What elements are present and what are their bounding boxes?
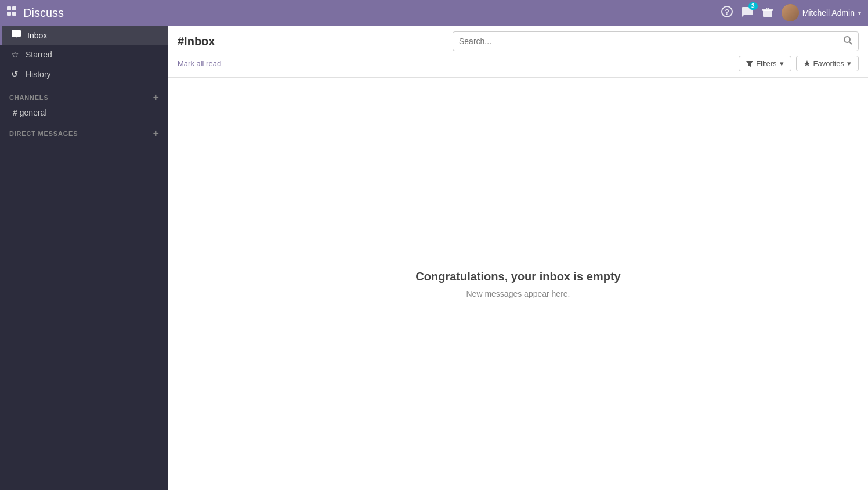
- channel-general-label: general: [20, 108, 47, 117]
- filters-label: Filters: [756, 59, 776, 68]
- search-button[interactable]: [837, 32, 858, 51]
- direct-messages-section-header: DIRECT MESSAGES +: [0, 120, 168, 141]
- svg-rect-3: [12, 12, 16, 16]
- search-container: [453, 31, 859, 51]
- sidebar-item-starred[interactable]: ☆ Starred: [0, 45, 168, 64]
- search-input[interactable]: [453, 33, 837, 49]
- favorites-button[interactable]: Favorites ▾: [796, 56, 859, 71]
- sidebar: Inbox ☆ Starred ↺ History CHANNELS + # g…: [0, 26, 168, 490]
- favorites-caret: ▾: [847, 59, 851, 68]
- add-dm-button[interactable]: +: [153, 128, 159, 139]
- empty-state: Congratulations, your inbox is empty New…: [168, 78, 868, 490]
- content-header-bottom: Mark all read Filters ▾ Favorites ▾: [178, 56, 859, 71]
- starred-icon: ☆: [9, 49, 20, 60]
- add-channel-button[interactable]: +: [153, 92, 159, 103]
- user-menu[interactable]: Mitchell Admin ▾: [782, 4, 861, 21]
- filters-caret: ▾: [780, 59, 784, 68]
- user-name: Mitchell Admin: [802, 8, 855, 17]
- avatar-image: [782, 4, 799, 21]
- user-caret: ▾: [858, 10, 861, 16]
- filters-button[interactable]: Filters ▾: [739, 56, 791, 71]
- filter-group: Filters ▾ Favorites ▾: [739, 56, 859, 71]
- grid-icon[interactable]: [7, 6, 17, 20]
- history-label: History: [26, 70, 51, 79]
- mark-all-read-button[interactable]: Mark all read: [178, 59, 221, 68]
- channels-section-label: CHANNELS: [9, 94, 49, 101]
- svg-point-8: [844, 37, 850, 42]
- sidebar-item-history[interactable]: ↺ History: [0, 64, 168, 84]
- direct-messages-section-label: DIRECT MESSAGES: [9, 130, 78, 137]
- empty-state-title: Congratulations, your inbox is empty: [415, 270, 620, 283]
- navbar-actions: ? 3 Mitchell Admin ▾: [721, 4, 861, 21]
- svg-rect-7: [762, 9, 773, 11]
- empty-state-subtitle: New messages appear here.: [466, 289, 570, 298]
- svg-rect-0: [7, 6, 11, 10]
- main-layout: Inbox ☆ Starred ↺ History CHANNELS + # g…: [0, 26, 868, 490]
- messages-badge: 3: [748, 2, 758, 10]
- content-title: #Inbox: [178, 35, 215, 48]
- messages-icon[interactable]: 3: [741, 6, 754, 20]
- starred-label: Starred: [26, 50, 52, 59]
- gift-icon[interactable]: [762, 6, 773, 20]
- inbox-label: Inbox: [27, 31, 47, 40]
- svg-text:?: ?: [725, 8, 729, 16]
- help-icon[interactable]: ?: [721, 6, 733, 20]
- sidebar-item-inbox[interactable]: Inbox: [0, 26, 168, 45]
- favorites-label: Favorites: [813, 59, 844, 68]
- app-title: Discuss: [23, 6, 721, 20]
- svg-rect-6: [763, 10, 772, 17]
- channels-section-header: CHANNELS +: [0, 84, 168, 105]
- svg-rect-1: [12, 6, 16, 10]
- sidebar-channel-general[interactable]: # general: [0, 105, 168, 120]
- svg-line-9: [849, 42, 852, 44]
- channel-hash-icon: #: [13, 108, 17, 117]
- content-header-top: #Inbox: [178, 31, 859, 51]
- navbar: Discuss ? 3 Mitchell Ad: [0, 0, 868, 26]
- svg-rect-2: [7, 12, 11, 16]
- avatar: [782, 4, 799, 21]
- history-icon: ↺: [9, 69, 20, 80]
- content-area: #Inbox Mark all read Filte: [168, 26, 868, 490]
- content-header: #Inbox Mark all read Filte: [168, 26, 868, 78]
- inbox-icon: [11, 30, 21, 40]
